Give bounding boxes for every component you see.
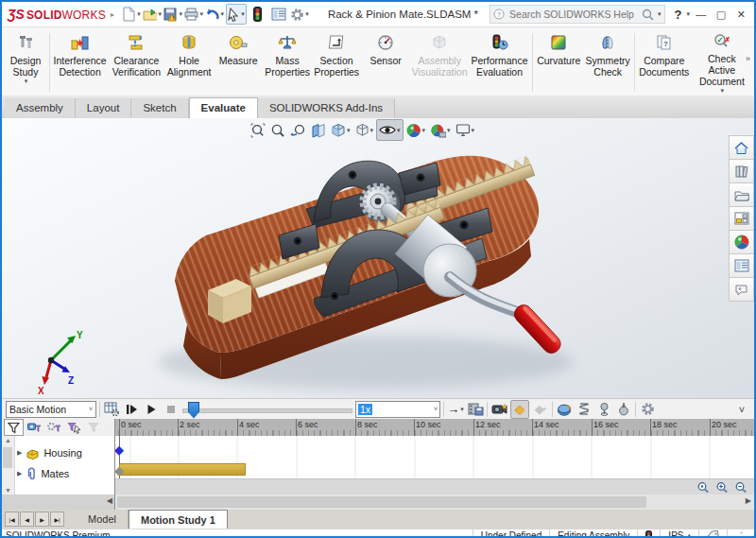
study-type-select[interactable]: Basic Motion˅ [6,401,96,418]
tree-horizontal-scrollbar[interactable]: ◀ [2,495,115,510]
menu-flyout-icon[interactable]: ▸ [111,10,114,19]
filter-driving-button[interactable] [45,420,63,435]
print-button[interactable]: ▾ [184,5,203,24]
prev-tab-button[interactable]: ◀ [20,512,34,527]
ribbon-check-active-document[interactable]: ✓✗ Check Active Document ▾ [692,29,752,95]
ribbon-sensor[interactable]: Sensor [361,29,410,95]
performance-status[interactable] [637,529,660,538]
scroll-thumb[interactable] [3,447,12,468]
filter-all-button[interactable] [4,419,24,436]
scroll-up-icon[interactable]: ▲ [5,437,11,443]
interference-detection-icon [71,32,90,53]
key-point-housing[interactable]: ◆ [115,443,124,456]
scroll-down-icon[interactable]: ▼ [5,487,11,494]
spring-button[interactable] [576,401,593,418]
scroll-left-icon[interactable]: ◀ [107,496,112,505]
tab-solidworks-add-ins[interactable]: SOLIDWORKS Add-Ins [258,98,395,118]
svg-text:?: ? [497,11,501,18]
units-selector[interactable]: IPS▴ [660,529,698,538]
symmetry-check-icon [598,32,617,53]
ribbon-measure[interactable]: Measure [214,29,263,95]
new-document-button[interactable]: ▾ [122,5,141,24]
help-button[interactable]: ? [675,8,682,22]
hscroll-thumb[interactable] [117,496,646,508]
ribbon-performance-evaluation[interactable]: Performance Evaluation [469,29,530,95]
settings-button[interactable]: ▾ [290,5,309,24]
ribbon-compare-documents[interactable]: ? Compare Documents [637,29,692,95]
mates-bar[interactable] [119,463,246,476]
motion-study-properties-button[interactable] [639,401,656,418]
options-list-button[interactable] [269,5,288,24]
timeline-zoom-fit-button[interactable] [696,480,711,494]
search-icon[interactable] [642,9,654,21]
animation-wizard-button[interactable] [490,401,507,418]
search-scope-caret-icon[interactable]: ▾ [658,10,662,18]
select-tool-button[interactable]: ▾ [226,4,247,25]
timeline-zoom-in-icon [715,481,729,494]
help-caret-icon[interactable]: ▾ [687,10,691,18]
tab-model[interactable]: Model [77,510,129,529]
save-button[interactable]: !▾ [163,5,182,24]
gravity-button[interactable] [615,401,632,418]
open-button[interactable]: ▾ [143,5,162,24]
tab-motion-study-1[interactable]: Motion Study 1 [129,510,228,529]
ribbon-section-properties[interactable]: Section Properties [312,29,361,95]
expand-arrow-icon[interactable]: ▶ [17,449,22,457]
tree-item-mates[interactable]: ▶ Mates [17,464,114,483]
undo-button[interactable]: ▾ [205,5,224,24]
play-from-start-button[interactable] [123,401,140,418]
search-box[interactable]: ? ▾ [490,5,665,24]
key-point-mates[interactable]: ◆ [115,464,124,477]
tab-assembly[interactable]: Assembly [5,98,76,118]
print-icon [184,8,198,21]
tree-item-housing[interactable]: ▶ Housing [17,443,114,462]
timeline-horizontal-scrollbar[interactable]: ▶ [115,495,754,510]
mates-paperclip-icon [26,467,37,480]
timeline-zoom-in-button[interactable] [714,480,730,494]
timeline-ruler[interactable]: 0 sec 2 sec 4 sec 6 sec 8 sec 10 sec 12 … [115,419,754,436]
search-input[interactable] [507,8,639,21]
timeline-canvas[interactable]: ◆ ◆ [115,436,754,495]
tab-sketch[interactable]: Sketch [131,98,188,118]
ribbon-clearance-verification[interactable]: Clearance Verification [109,29,165,95]
ribbon-hole-alignment[interactable]: Hole Alignment [164,29,214,95]
playback-speed-select[interactable]: 1x˅ [355,401,440,418]
maximize-button[interactable]: ▢ [712,6,730,23]
filter-selected-button[interactable] [65,420,83,435]
ribbon-curvature[interactable]: Curvature [534,29,583,95]
resize-grip[interactable] [727,529,750,538]
minimize-button[interactable]: — [692,6,710,23]
close-button[interactable]: ✕ [732,6,750,23]
ruler-label: 18 sec [652,420,678,429]
ribbon-symmetry-check[interactable]: Symmetry Check [583,29,632,95]
last-tab-button[interactable]: ▶| [50,512,64,527]
ribbon-mass-properties[interactable]: Mass Properties [263,29,312,95]
tags-button[interactable] [698,529,727,538]
play-button[interactable] [143,401,160,418]
timebar-slider[interactable] [182,402,352,417]
timebar-track[interactable] [182,408,352,413]
filter-animated-button[interactable] [26,420,43,435]
ribbon-interference-detection[interactable]: Interference Detection [52,29,109,95]
collapse-motionmanager-button[interactable]: ˅ [733,401,750,418]
ribbon-design-study[interactable]: Design Study ▾ [4,29,47,95]
calculate-button[interactable] [103,401,120,418]
tree-vertical-scrollbar[interactable]: ▲ ▼ [2,436,15,495]
scroll-right-icon[interactable]: ▶ [746,496,751,505]
first-tab-button[interactable]: |◀ [5,512,19,527]
tab-evaluate[interactable]: Evaluate [189,97,258,118]
model-rack-and-pinion[interactable]: Y X Z [2,118,754,398]
performance-pipeline-button[interactable] [249,5,267,24]
save-animation-button[interactable] [467,401,484,418]
graphics-viewport[interactable]: ▾ ▾ ▾ ▾ ▾ ▾ [2,118,754,398]
tab-layout[interactable]: Layout [76,98,132,118]
timeline-zoom-out-button[interactable] [733,480,748,494]
expand-arrow-icon[interactable]: ▶ [17,470,22,477]
keyframe-mode-button[interactable]: ◆ [510,400,529,419]
force-button[interactable] [595,401,612,418]
playback-mode-button[interactable]: →▾ [447,401,464,418]
ribbon-overflow-icon[interactable]: » [746,54,750,63]
next-tab-button[interactable]: ▶ [35,512,49,527]
motor-button[interactable] [556,401,573,418]
timebar-thumb[interactable] [188,402,199,419]
